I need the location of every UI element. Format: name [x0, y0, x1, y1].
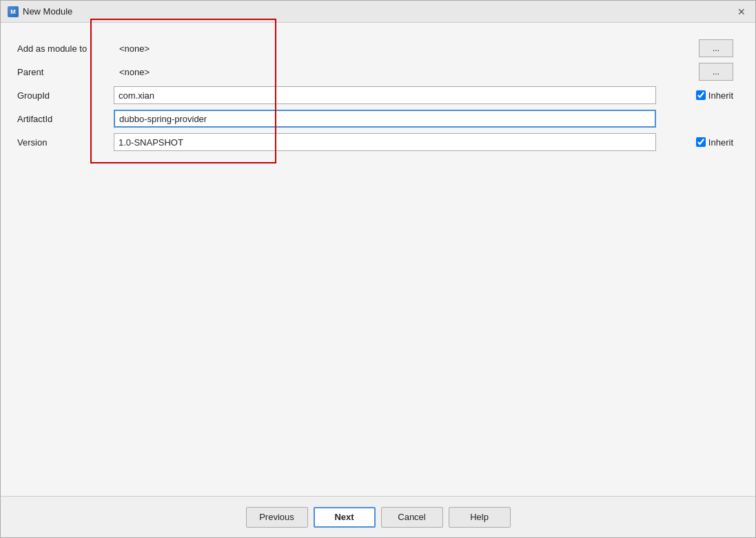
parent-action: ... — [656, 60, 739, 83]
version-inherit-text: Inherit — [708, 137, 733, 148]
group-id-inherit-label[interactable]: Inherit — [696, 90, 733, 101]
group-id-inherit-text: Inherit — [708, 90, 733, 101]
new-module-dialog: M New Module ✕ Add as module to <none> .… — [0, 0, 756, 538]
parent-browse-button[interactable]: ... — [699, 63, 733, 81]
help-button[interactable]: Help — [449, 507, 511, 528]
version-inherit-checkbox[interactable] — [696, 137, 706, 147]
cancel-button[interactable]: Cancel — [381, 507, 443, 528]
parent-field: <none> — [114, 60, 656, 83]
group-id-label: GroupId — [17, 85, 114, 106]
previous-button[interactable]: Previous — [246, 507, 308, 528]
title-bar: M New Module ✕ — [1, 1, 755, 23]
version-inherit: Inherit — [656, 134, 739, 150]
dialog-title: New Module — [23, 6, 72, 17]
group-id-inherit: Inherit — [656, 88, 739, 103]
dialog-footer: Previous Next Cancel Help — [1, 496, 755, 537]
add-as-module-field: <none> — [114, 37, 656, 60]
group-id-input[interactable] — [114, 86, 656, 104]
add-as-module-label: Add as module to — [17, 38, 114, 59]
add-as-module-action: ... — [656, 37, 739, 60]
version-input[interactable] — [114, 133, 656, 151]
dialog-content: Add as module to <none> ... Parent <none… — [1, 23, 755, 496]
add-as-module-value: <none> — [114, 39, 656, 57]
parent-label: Parent — [17, 61, 114, 83]
artifact-id-label: ArtifactId — [17, 108, 114, 130]
form-grid: Add as module to <none> ... Parent <none… — [17, 37, 739, 154]
artifact-id-input[interactable] — [114, 110, 656, 128]
version-inherit-label[interactable]: Inherit — [696, 137, 733, 148]
version-field — [114, 130, 656, 154]
group-id-field — [114, 83, 656, 107]
add-as-module-browse-button[interactable]: ... — [699, 39, 733, 57]
artifact-id-field — [114, 107, 656, 130]
artifact-id-action — [656, 116, 739, 121]
parent-value: <none> — [114, 63, 656, 81]
next-button[interactable]: Next — [314, 507, 376, 528]
group-id-inherit-checkbox[interactable] — [696, 90, 706, 100]
module-icon: M — [8, 6, 19, 17]
close-button[interactable]: ✕ — [735, 5, 748, 19]
version-label: Version — [17, 132, 114, 153]
title-bar-left: M New Module — [8, 6, 72, 17]
